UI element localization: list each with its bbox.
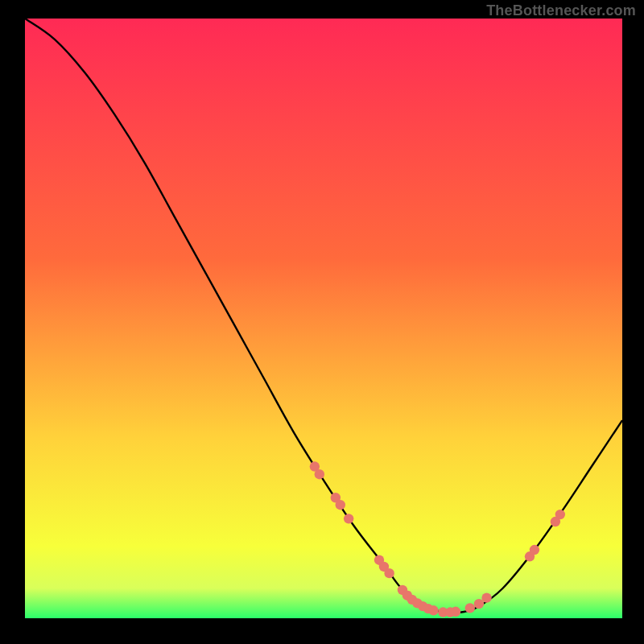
data-marker (555, 510, 565, 519)
data-marker (336, 500, 345, 510)
data-marker (530, 545, 539, 555)
data-marker (344, 514, 353, 523)
gradient-background (25, 19, 622, 618)
data-marker (315, 469, 324, 479)
data-marker (451, 607, 460, 617)
attribution-text: TheBottlenecker.com (486, 2, 636, 19)
chart-svg (0, 0, 644, 644)
data-marker (384, 568, 394, 578)
data-marker (465, 603, 475, 613)
chart-container: { "attribution": "TheBottlenecker.com", … (0, 0, 644, 644)
data-marker (428, 605, 438, 615)
data-marker (481, 592, 491, 602)
